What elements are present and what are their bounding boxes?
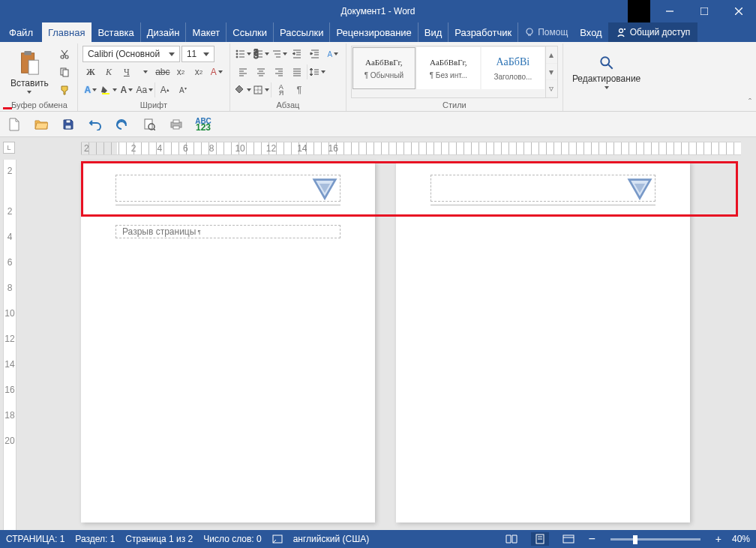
- style-heading1[interactable]: АаБбВі Заголово...: [482, 47, 544, 89]
- print-preview-button[interactable]: [141, 116, 158, 133]
- shrink-font-button[interactable]: A▾: [175, 82, 191, 98]
- underline-more[interactable]: [136, 64, 153, 80]
- zoom-in-button[interactable]: +: [716, 533, 722, 545]
- sign-in[interactable]: Вход: [574, 22, 608, 42]
- status-page[interactable]: СТРАНИЦА: 1: [6, 534, 64, 544]
- quick-print-button[interactable]: [168, 116, 184, 133]
- styles-gallery[interactable]: АаБбВвГг, ¶ Обычный АаБбВвГг, ¶ Без инт.…: [351, 46, 558, 98]
- decrease-indent-button[interactable]: [289, 46, 305, 62]
- styles-scroll-up[interactable]: ▴: [546, 46, 557, 64]
- page-1[interactable]: Разрыв страницы ¶: [81, 161, 375, 523]
- subscript-button[interactable]: x2: [172, 64, 189, 80]
- logo-icon: [626, 177, 653, 201]
- redo-button[interactable]: [114, 116, 130, 133]
- header-area[interactable]: [116, 175, 340, 202]
- status-language[interactable]: английский (США): [293, 534, 369, 544]
- tab-file[interactable]: Файл: [0, 22, 42, 42]
- zoom-out-button[interactable]: −: [588, 532, 595, 546]
- sort-button[interactable]: A: [325, 46, 341, 62]
- header-area[interactable]: [430, 175, 656, 202]
- maximize-button[interactable]: [687, 0, 722, 22]
- tab-design[interactable]: Дизайн: [141, 22, 187, 42]
- ribbon-display-options-icon[interactable]: [626, 0, 652, 22]
- shading-button[interactable]: [235, 82, 251, 98]
- vertical-ruler[interactable]: 2 2 4 6 8 10 12 14 16 18 20: [3, 160, 16, 530]
- italic-button[interactable]: К: [100, 64, 117, 80]
- tab-view[interactable]: Вид: [418, 22, 449, 42]
- tell-me[interactable]: Помощ: [518, 22, 574, 42]
- minimize-button[interactable]: [652, 0, 687, 22]
- print-layout-button[interactable]: [531, 532, 549, 546]
- numbering-button[interactable]: 123: [253, 46, 269, 62]
- paste-button[interactable]: Вставить: [6, 46, 53, 98]
- editing-button[interactable]: Редактирование: [568, 46, 645, 98]
- strikethrough-button[interactable]: abc: [154, 64, 171, 80]
- titlebar: Документ1 - Word: [0, 0, 756, 22]
- font-name-combo[interactable]: Calibri (Основной: [82, 46, 180, 62]
- page-break-marker: Разрыв страницы ¶: [116, 225, 340, 238]
- save-button[interactable]: [60, 116, 76, 133]
- justify-button[interactable]: [289, 64, 305, 80]
- styles-expand[interactable]: ▿: [546, 80, 557, 97]
- svg-point-6: [526, 28, 532, 34]
- open-button[interactable]: [33, 116, 50, 133]
- document-area: L 2 2 4 6 8 10 12 14 16 2 2 4 6 8 10 12 …: [0, 137, 756, 530]
- line-spacing-button[interactable]: [309, 64, 326, 80]
- svg-line-73: [154, 129, 155, 130]
- spell-check-button[interactable]: ABC123: [195, 116, 212, 133]
- style-no-spacing[interactable]: АаБбВвГг, ¶ Без инт...: [417, 47, 480, 89]
- zoom-slider[interactable]: [610, 538, 700, 541]
- new-doc-button[interactable]: [6, 116, 22, 133]
- status-page-count[interactable]: Страница 1 из 2: [125, 534, 193, 544]
- tab-developer[interactable]: Разработчик: [448, 22, 518, 42]
- highlight-button[interactable]: [100, 82, 117, 98]
- svg-rect-69: [66, 120, 70, 123]
- web-layout-button[interactable]: [560, 532, 578, 546]
- text-effects-button[interactable]: A: [82, 82, 99, 98]
- tab-mailings[interactable]: Рассылки: [274, 22, 330, 42]
- font-color-button[interactable]: A: [118, 82, 135, 98]
- multilevel-list-button[interactable]: [271, 46, 287, 62]
- pages-container: Разрыв страницы ¶: [81, 161, 741, 523]
- page-2[interactable]: [396, 161, 690, 523]
- svg-text:3: 3: [254, 50, 259, 59]
- copy-button[interactable]: [56, 64, 73, 80]
- svg-rect-12: [25, 51, 32, 55]
- zoom-level[interactable]: 40%: [732, 534, 750, 544]
- font-size-combo[interactable]: 11: [182, 46, 214, 62]
- increase-indent-button[interactable]: [307, 46, 323, 62]
- cut-button[interactable]: [56, 46, 73, 62]
- borders-button[interactable]: [253, 82, 269, 98]
- undo-button[interactable]: [87, 116, 104, 133]
- collapse-ribbon-button[interactable]: ˆ: [748, 97, 752, 108]
- grow-font-button[interactable]: A▴: [157, 82, 173, 98]
- status-word-count[interactable]: Число слов: 0: [203, 534, 261, 544]
- tab-references[interactable]: Ссылки: [226, 22, 274, 42]
- tab-selector[interactable]: L: [3, 142, 15, 154]
- align-center-button[interactable]: [253, 64, 269, 80]
- format-painter-button[interactable]: [56, 82, 73, 98]
- proofing-icon[interactable]: [272, 534, 283, 544]
- close-button[interactable]: [722, 0, 756, 22]
- show-marks-button[interactable]: ¶: [291, 82, 308, 98]
- align-left-button[interactable]: [235, 64, 251, 80]
- change-case-button[interactable]: Aa: [136, 82, 153, 98]
- horizontal-ruler[interactable]: 2 2 4 6 8 10 12 14 16: [81, 142, 741, 155]
- status-section[interactable]: Раздел: 1: [75, 534, 115, 544]
- clear-formatting-button[interactable]: A: [208, 64, 225, 80]
- align-right-button[interactable]: [271, 64, 287, 80]
- share-button[interactable]: Общий доступ: [608, 22, 698, 42]
- underline-button[interactable]: Ч: [118, 64, 135, 80]
- tab-insert[interactable]: Вставка: [92, 22, 140, 42]
- styles-scroll-down[interactable]: ▾: [546, 64, 557, 81]
- clipboard-icon: [18, 50, 40, 76]
- tab-layout[interactable]: Макет: [186, 22, 226, 42]
- sort-az-button[interactable]: AЯ: [273, 82, 290, 98]
- read-mode-button[interactable]: [502, 532, 520, 546]
- bullets-button[interactable]: [235, 46, 251, 62]
- superscript-button[interactable]: x2: [190, 64, 207, 80]
- tab-home[interactable]: Главная: [42, 22, 92, 42]
- style-normal[interactable]: АаБбВвГг, ¶ Обычный: [352, 47, 416, 89]
- tab-review[interactable]: Рецензирование: [330, 22, 418, 42]
- bold-button[interactable]: Ж: [82, 64, 99, 80]
